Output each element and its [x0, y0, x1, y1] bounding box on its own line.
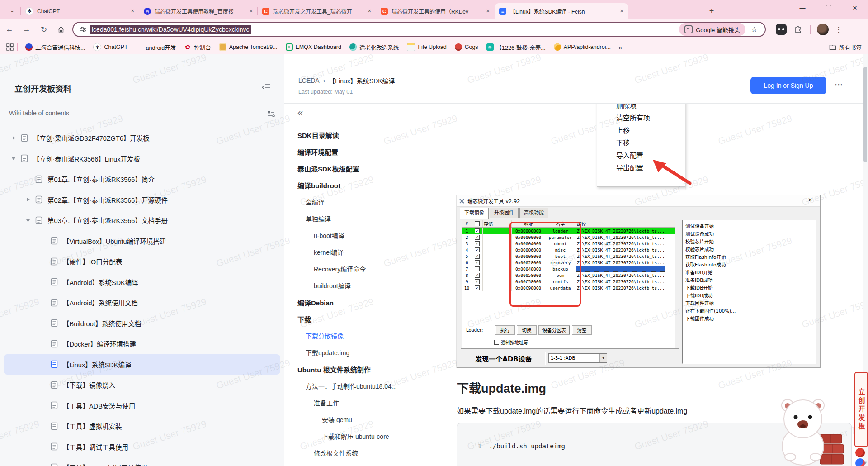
tab-close-icon[interactable]: ✕: [249, 8, 253, 14]
expand-arrow-icon[interactable]: [40, 237, 48, 244]
outline-item[interactable]: kernel编译: [297, 244, 438, 261]
expand-arrow-icon[interactable]: [40, 443, 48, 450]
toc-item[interactable]: 【VirtualBox】Ubuntu编译环境搭建: [4, 231, 280, 252]
outline-item[interactable]: 安装 qemu: [297, 412, 438, 428]
breadcrumb-root[interactable]: LCEDA: [298, 77, 320, 84]
back-button[interactable]: ←: [2, 22, 17, 37]
scrollbar-thumb[interactable]: [863, 67, 867, 162]
browser-tab[interactable]: ✻ ChatGPT ✕: [21, 3, 139, 19]
outline-item[interactable]: 下载和解压 ubuntu-core: [297, 428, 438, 445]
expand-arrow-icon[interactable]: [24, 196, 33, 203]
address-bar[interactable]: lceda001.feishu.cn/wiki/Da5owUV4dipiqUkZ…: [72, 22, 766, 37]
toc-item[interactable]: 第01章.【立创·泰山派RK3566】简介: [4, 169, 280, 190]
toc-item[interactable]: 【Docker】编译环境搭建: [4, 333, 280, 354]
outline-item[interactable]: Ubuntu 根文件系统制作: [297, 361, 438, 378]
bookmark-item[interactable]: 亲 【1226-鼓楼-亲养...: [482, 43, 550, 52]
collapse-sidebar-icon[interactable]: [261, 82, 271, 92]
toc-item[interactable]: 【工具】ADB安装与使用: [4, 395, 280, 416]
bookmark-item[interactable]: android开发: [132, 43, 180, 52]
extensions-puzzle-icon[interactable]: [794, 25, 803, 34]
tab-close-icon[interactable]: ✕: [620, 8, 624, 14]
bookmark-item[interactable]: 适老化改造系统: [345, 43, 403, 52]
home-button[interactable]: [53, 22, 69, 37]
maximize-button[interactable]: [816, 0, 842, 15]
outline-item[interactable]: 下载分散镜像: [297, 328, 438, 345]
browser-tab[interactable]: C 瑞芯微开发之开发工具_瑞芯微开 ✕: [258, 3, 376, 19]
reload-button[interactable]: ↻: [36, 22, 52, 37]
expand-arrow-icon[interactable]: [40, 361, 48, 368]
expand-arrow-icon[interactable]: [40, 340, 48, 347]
outline-item[interactable]: 单独编译: [297, 211, 438, 228]
outline-collapse-button[interactable]: «: [297, 107, 303, 119]
expand-arrow-icon[interactable]: [40, 278, 48, 285]
bookmark-item[interactable]: Apache Tomcat/9...: [215, 43, 282, 52]
outline-item[interactable]: u-boot编译: [297, 228, 438, 244]
bookmark-star-icon[interactable]: ☆: [751, 25, 758, 34]
tab-close-icon[interactable]: ✕: [131, 8, 135, 14]
expand-arrow-icon[interactable]: [40, 258, 48, 265]
expand-arrow-icon[interactable]: [40, 319, 48, 327]
browser-tab[interactable]: 百 瑞芯微开发工具使用教程_百度搜 ✕: [139, 3, 258, 19]
outline-item[interactable]: SDK目录解读: [297, 127, 438, 144]
outline-item[interactable]: 编译Debian: [297, 295, 438, 311]
outline-item[interactable]: 方法一：手动制作ubuntu18.04...: [297, 378, 438, 395]
outline-item[interactable]: 编译buildroot: [297, 177, 438, 194]
toc-item[interactable]: 【硬件】IO口分配表: [4, 251, 280, 272]
forward-button[interactable]: →: [19, 22, 34, 37]
apps-grid-icon[interactable]: [6, 43, 14, 51]
outline-item[interactable]: 编译环境配置: [297, 144, 438, 161]
outline-item[interactable]: 准备工作: [297, 395, 438, 412]
close-button[interactable]: ✕: [842, 0, 868, 15]
tab-close-icon[interactable]: ✕: [486, 8, 490, 14]
expand-arrow-icon[interactable]: [10, 134, 18, 142]
expand-arrow-icon[interactable]: [24, 176, 33, 183]
toc-item[interactable]: 【工具】虚拟机安装: [4, 416, 280, 437]
browser-tab[interactable]: C 瑞芯微开发工具的使用（RKDev ✕: [376, 3, 495, 19]
google-lens-chip[interactable]: Google 智能镜头: [679, 23, 745, 36]
outline-item[interactable]: buildroot编译: [297, 278, 438, 295]
toc-item[interactable]: 【立创·梁山派GD32F470ZGT6】开发板: [4, 128, 280, 148]
bookmark-item[interactable]: ≡ EMQX Dashboard: [282, 43, 345, 52]
toc-item[interactable]: 【Linux】系统SDK编译: [4, 354, 280, 375]
toc-item[interactable]: 【Buildroot】系统使用文档: [4, 313, 280, 334]
site-settings-icon[interactable]: [80, 26, 87, 33]
outline-item[interactable]: 泰山派SDK板级配置: [297, 161, 438, 177]
bookmark-item[interactable]: ✿ 控制台: [180, 43, 215, 52]
toc-item[interactable]: 【Android】系统SDK编译: [4, 272, 280, 293]
toc-item[interactable]: 【工具】scrcpy同屏工具使用: [4, 457, 280, 466]
toc-settings-icon[interactable]: [267, 109, 276, 119]
seal-badge[interactable]: 立创开发板: [854, 372, 868, 447]
toc-item[interactable]: 【下载】镜像烧入: [4, 375, 280, 395]
expand-arrow-icon[interactable]: [24, 217, 33, 224]
browser-tab[interactable]: ≣ 【Linux】系统SDK编译 - Feish ✕: [495, 3, 628, 19]
bookmark-item[interactable]: APP/aplid-androi...: [550, 43, 615, 52]
bookmarks-overflow-chevron[interactable]: »: [615, 43, 626, 51]
expand-arrow-icon[interactable]: [40, 402, 48, 409]
bookmark-item[interactable]: Gogs: [451, 43, 482, 52]
outline-item[interactable]: 下载update.img: [297, 345, 438, 361]
minimize-button[interactable]: —: [789, 0, 816, 15]
tab-search-button[interactable]: ⌄: [5, 4, 19, 16]
floating-widget-blue[interactable]: [855, 458, 865, 466]
floating-widget-red[interactable]: [855, 448, 865, 457]
outline-item[interactable]: 修改根文件系统: [297, 445, 438, 462]
toc-item[interactable]: 【工具】调试工具使用: [4, 437, 280, 457]
expand-arrow-icon[interactable]: [40, 299, 48, 306]
tab-close-icon[interactable]: ✕: [368, 8, 372, 14]
toc-item[interactable]: 第03章.【立创·泰山派RK3566】文档手册: [4, 210, 280, 231]
expand-arrow-icon[interactable]: [40, 381, 48, 389]
more-actions-button[interactable]: ⋯: [835, 80, 843, 90]
new-tab-button[interactable]: +: [705, 5, 718, 17]
profile-avatar[interactable]: [817, 24, 829, 35]
toc-item[interactable]: 第02章.【立创·泰山派RK3566】开源硬件: [4, 190, 280, 210]
toc-item[interactable]: 【立创·泰山派RK3566】Linux开发板: [4, 148, 280, 169]
outline-item[interactable]: 全编译: [297, 194, 438, 211]
expand-arrow-icon[interactable]: [40, 423, 48, 430]
all-bookmarks-button[interactable]: 所有书签: [829, 43, 862, 52]
bookmark-item[interactable]: 上海合宙通信科技...: [21, 43, 89, 52]
outline-item[interactable]: Recovery编译命令: [297, 261, 438, 278]
toc-item[interactable]: 【Android】系统使用文档: [4, 292, 280, 313]
expand-arrow-icon[interactable]: [40, 464, 48, 466]
bookmark-item[interactable]: ✻ ChatGPT: [89, 43, 132, 52]
bookmark-item[interactable]: File Upload: [403, 43, 450, 52]
